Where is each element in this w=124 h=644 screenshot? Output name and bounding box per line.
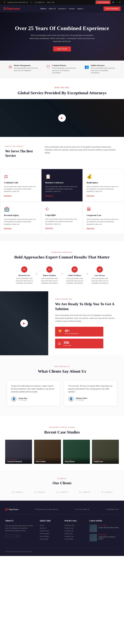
case-title-1: Fire Accident [36,460,59,462]
footer-link-practice[interactable]: Practice Area [40,530,59,532]
client-logo-0: ⚖ Legaljoure [12,490,23,494]
service-readmore-0[interactable]: Read More [4,195,37,196]
service-cards-grid: ⚖ Criminal Code Sed ut perspiciatis unde… [0,169,124,241]
nav-chevron-home: ▾ [46,8,46,10]
footer-link-home[interactable]: Home [40,524,59,526]
case-title-0: Corporate Financial [7,460,30,462]
footer-logo-letter: D [5,508,8,512]
footer-about-heading: About Us [5,520,35,522]
case-card-2[interactable]: Criminal Drug Offense [63,440,90,464]
article-info-1: Feb 08, 2023 Legal guide for business ow… [98,534,119,541]
service-readmore-2[interactable]: Read More [87,195,120,196]
features-strip: ⚖ Matter Management Sed ut perspiciatis … [0,60,124,78]
case-card-3[interactable]: Family Family Issue [92,440,119,464]
footer-practice-5[interactable]: Tax Disorder [65,538,84,540]
step-arrow-1: › [61,272,63,276]
service-readmore-1[interactable]: Read More [45,195,79,196]
footer-practice-1[interactable]: Finance Law [65,527,84,529]
feature-text-0: Matter Management Sed ut perspiciatis un… [14,64,40,72]
footer-link-team[interactable]: Team Member [40,533,59,534]
service-title-4: Copyrights [45,214,79,216]
nav-items: Home ▾ About Us Services ▾ Contact Pages… [41,8,83,10]
social-linkedin[interactable]: in [16,534,19,538]
cases-title: Recent Case Studies [5,430,119,434]
client-name-1: Legaljoure [37,491,46,493]
nav-label-contact: Contact [69,8,75,10]
step-desc-2: Sed ut perspiciatis unde omnis iste natu… [65,278,84,284]
feature-icon-1: 🛡 [47,65,50,69]
service-card-5: 🏛 Corporate Law Sed ut perspiciatis unde… [83,202,124,234]
footer-about-text: Sed ut perspiciatis unde omnis iste natu… [5,524,35,532]
process-label: WORKING PROCESS [7,252,117,253]
process-step-0: 01 Received Case Sed ut perspiciatis und… [13,266,36,284]
service-readmore-3[interactable]: Read More [4,228,37,229]
feature-item-0: ⚖ Matter Management Sed ut perspiciatis … [9,64,40,74]
footer-link-about[interactable]: About Us [40,527,59,529]
service-readmore-5[interactable]: Read More [87,228,120,229]
client-logo-3: ⚖ Legaljoure [79,490,90,494]
footer-article-1[interactable]: Feb 08, 2023 Legal guide for business ow… [89,534,119,541]
client-icon-0: ⚖ [12,490,14,494]
feature-title-1: Criminal Defense [52,64,77,66]
expertise-play-button[interactable]: ▶ [20,320,28,327]
case-card-1[interactable]: Accident Fire Accident [34,440,61,464]
nav-logo[interactable]: D Deprtouse [4,6,20,11]
video-container[interactable]: ▶ [0,99,124,137]
expertise-title: We Are Ready To Help You To Get A Soluti… [55,302,117,312]
topbar-phone: 011 (0800) 45 [35,2,44,3]
testimonial-author-1: 👤 Thomas Weiss PR Manager [68,396,113,402]
footer-email-top: ✉ info@demo.com [106,508,119,510]
footer-link-tax[interactable]: Tax Disorder [40,538,59,540]
hero-cta-button[interactable]: Get In Touch [53,46,71,52]
expertise-overlay: ▶ [0,291,48,355]
topbar-icon-2[interactable]: ♡ [116,2,117,3]
footer-practice-0[interactable]: Business Law [65,524,84,526]
step-arrow-2: › [86,272,88,276]
footer-practice-3[interactable]: Family Law [65,533,84,534]
feature-icon-2: 👥 [84,65,89,69]
stat-number-1: 30K [63,341,71,344]
nav-item-home[interactable]: Home ▾ [41,8,47,10]
testimonial-card-0: "Lawyer has really helped our business. … [7,380,60,406]
feature-desc-1: Sed ut perspiciatis unde omnis iste natu… [52,67,77,74]
case-category-1: Accident [36,459,59,460]
topbar-icon-3[interactable]: ⊞ [119,2,120,3]
practice-section: PRACTICE AREAS We Serve The Best Service… [0,137,124,169]
case-card-0[interactable]: Corporate Corporate Financial [5,440,32,464]
testimonials-label: TESTIMONIALS [7,366,117,367]
nav-item-pages[interactable]: Pages ▾ [77,8,83,10]
testimonials-grid: "Lawyer has really helped our business. … [7,380,117,406]
phone-icon: 📞 [30,2,32,3]
nav-item-about[interactable]: About Us [49,8,56,10]
service-title-5: Corporate Law [87,214,120,217]
footer-practice-4[interactable]: Property Law [65,536,84,537]
nav-cta-button[interactable]: Free Consulting [103,6,120,11]
step-number-3: 04 [97,266,103,272]
topbar-icon-1[interactable]: 🔍 [112,2,114,3]
social-twitter[interactable]: t [10,534,14,538]
play-button[interactable]: ▶ [58,114,66,122]
article-date-0: Jan 12, 2023 [98,524,119,526]
footer-article-0[interactable]: Jan 12, 2023 Lawyer tips and advice arti… [89,524,119,532]
process-title: Bold Approaches Expert Counsel Results T… [7,255,117,260]
author-info-1: Thomas Weiss PR Manager [76,397,87,401]
step-number-0: 01 [21,266,27,272]
article-date-1: Feb 08, 2023 [98,534,119,535]
practice-left: PRACTICE AREAS We Serve The Best Service [5,146,40,160]
testimonial-card-1: "The very best. We have no regrets! Afte… [64,380,117,406]
social-facebook[interactable]: f [5,534,9,538]
nav-item-contact[interactable]: Contact [69,8,75,10]
nav-label-services: Services [58,8,65,10]
footer-practice-2[interactable]: Criminal Law [65,530,84,532]
footer-practice-area: Practice Area Business Law Finance Law C… [65,520,84,543]
nav-item-services[interactable]: Services ▾ [58,8,66,10]
nav-chevron-services: ▾ [65,8,66,10]
client-logo-4: ⚖ Legaljoure [101,490,113,494]
service-readmore-4[interactable]: Read More [45,227,79,229]
footer-link-cases[interactable]: Case Studies [40,536,59,537]
footer-columns: About Us Sed ut perspiciatis unde omnis … [5,520,119,543]
step-title-3: Law Success [95,274,105,276]
article-info-0: Jan 12, 2023 Lawyer tips and advice arti… [98,524,119,532]
topbar-cta-button[interactable]: Free Consulting [96,0,111,4]
case-category-3: Family [94,459,117,460]
